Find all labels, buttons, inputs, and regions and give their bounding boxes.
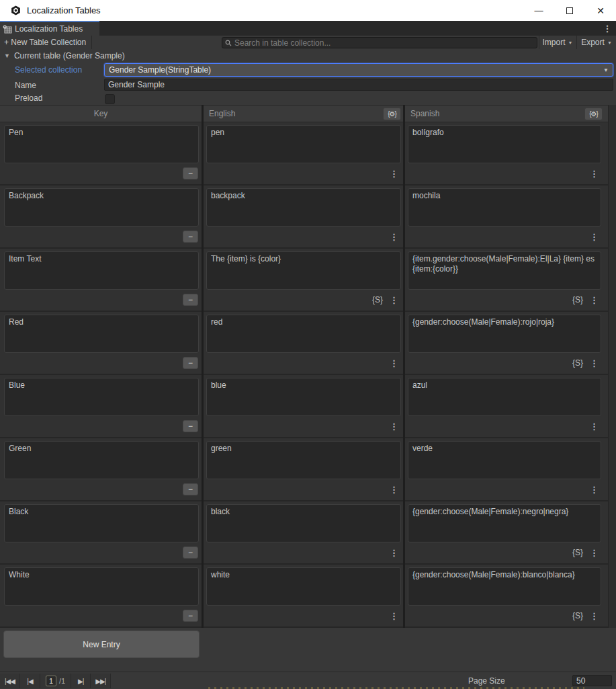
spanish-cell-textarea[interactable]: verde <box>408 441 601 479</box>
spanish-cell-textarea[interactable]: {gender:choose(Male|Female):blanco|blanc… <box>408 567 601 606</box>
key-cell-textarea[interactable]: Backpack <box>4 188 199 227</box>
remove-entry-button[interactable]: − <box>183 294 198 306</box>
english-cell-menu-icon[interactable]: ⋮ <box>390 358 398 368</box>
first-page-button[interactable]: |◀◀ <box>0 674 20 688</box>
spanish-cell-controls: {S} ⋮ <box>405 356 599 370</box>
english-cell-menu-icon[interactable]: ⋮ <box>390 421 398 432</box>
english-cell-textarea[interactable]: backpack <box>206 188 401 227</box>
remove-entry-button[interactable]: − <box>183 167 198 179</box>
remove-entry-button[interactable]: − <box>183 357 198 369</box>
spanish-cell-menu-icon[interactable]: ⋮ <box>590 358 599 368</box>
smart-string-badge-spanish: {S} <box>572 611 583 620</box>
search-icon <box>225 40 232 46</box>
tab-overflow-menu-icon[interactable]: ⋮ <box>599 21 616 36</box>
table-row: Black black {gender:choose(Male|Female):… <box>0 501 608 565</box>
unity-logo-icon <box>10 5 21 16</box>
english-cell-menu-icon[interactable]: ⋮ <box>390 485 398 495</box>
spanish-cell-textarea[interactable]: bolígrafo <box>408 125 601 163</box>
remove-entry-button[interactable]: − <box>183 231 198 243</box>
key-cell-textarea[interactable]: Red <box>4 315 199 353</box>
table-row: Red red {gender:choose(Male|Female):rojo… <box>0 312 608 375</box>
column-header-spanish: Spanish <box>405 106 608 122</box>
search-input[interactable] <box>234 38 534 48</box>
new-entry-button[interactable]: New Entry <box>3 631 200 658</box>
new-table-collection-button[interactable]: + New Table Collection <box>0 36 92 49</box>
spanish-cell-menu-icon[interactable]: ⋮ <box>590 611 599 621</box>
chevron-down-icon: ▼ <box>568 40 573 45</box>
maximize-icon[interactable] <box>554 0 585 21</box>
spanish-cell-menu-icon[interactable]: ⋮ <box>590 295 599 305</box>
tab-label: Localization Tables <box>15 24 83 34</box>
page-size-input[interactable]: 50 <box>572 675 612 686</box>
vertical-scrollbar[interactable] <box>608 105 616 628</box>
table-body: Pen pen bolígrafo − ⋮ ⋮ Backpack backpac… <box>0 122 608 628</box>
key-cell-textarea[interactable]: Green <box>4 441 199 479</box>
spanish-cell-menu-icon[interactable]: ⋮ <box>590 548 599 558</box>
key-cell-textarea[interactable]: Item Text <box>4 251 199 290</box>
previous-page-button[interactable]: |◀ <box>20 674 40 688</box>
close-icon[interactable]: ✕ <box>585 0 616 21</box>
english-cell-textarea[interactable]: blue <box>206 378 401 416</box>
english-cell-textarea[interactable]: The {item} is {color} <box>206 251 401 290</box>
search-box <box>222 37 537 48</box>
english-cell-menu-icon[interactable]: ⋮ <box>390 295 398 305</box>
remove-entry-button[interactable]: − <box>183 483 198 495</box>
preload-checkbox[interactable] <box>105 94 115 104</box>
english-cell-textarea[interactable]: black <box>206 504 401 542</box>
spanish-cell-textarea[interactable]: mochila <box>408 188 601 227</box>
spanish-cell-menu-icon[interactable]: ⋮ <box>590 169 599 179</box>
minus-icon: − <box>188 548 193 557</box>
selected-collection-dropdown[interactable]: Gender Sample(StringTable) ▼ <box>104 63 613 77</box>
english-cell-textarea[interactable]: white <box>206 567 401 606</box>
remove-entry-button[interactable]: − <box>183 610 198 622</box>
spanish-cell-textarea[interactable]: {item.gender:choose(Male|Female):El|La} … <box>408 251 601 290</box>
english-cell-controls: ⋮ <box>204 230 398 243</box>
english-cell-menu-icon[interactable]: ⋮ <box>390 548 398 558</box>
tab-localization-tables[interactable]: Localization Tables <box>0 21 99 36</box>
current-table-section: ▼ Current table (Gender Sample) Selected… <box>0 49 616 105</box>
spanish-table-properties-button[interactable]: {⚙} <box>584 108 603 120</box>
column-header-key: Key <box>0 106 202 122</box>
english-cell-controls: ⋮ <box>204 167 398 180</box>
english-cell-textarea[interactable]: pen <box>206 125 401 163</box>
key-cell-textarea[interactable]: Blue <box>4 378 199 416</box>
spanish-cell-menu-icon[interactable]: ⋮ <box>590 232 599 242</box>
english-cell-controls: ⋮ <box>204 356 398 370</box>
table-row: White white {gender:choose(Male|Female):… <box>0 565 608 628</box>
spanish-cell-menu-icon[interactable]: ⋮ <box>590 485 599 495</box>
current-table-foldout[interactable]: ▼ Current table (Gender Sample) <box>4 51 125 60</box>
next-page-button[interactable]: ▶| <box>71 674 91 688</box>
minus-icon: − <box>188 358 193 368</box>
page-size-value: 50 <box>576 676 585 686</box>
spanish-cell-textarea[interactable]: azul <box>408 378 601 416</box>
import-button[interactable]: Import ▼ <box>539 36 576 49</box>
maximize-glyph <box>566 7 573 14</box>
key-cell-textarea[interactable]: Black <box>4 504 199 542</box>
chevron-down-icon: ▼ <box>607 40 612 45</box>
english-cell-menu-icon[interactable]: ⋮ <box>390 169 398 179</box>
minus-icon: − <box>188 611 193 620</box>
english-cell-textarea[interactable]: red <box>206 315 401 353</box>
name-field[interactable]: Gender Sample <box>104 79 613 91</box>
toolbar: + New Table Collection Import ▼ Export ▼ <box>0 36 616 49</box>
table-properties-icon: {⚙} <box>589 110 598 118</box>
english-table-properties-button[interactable]: {⚙} <box>383 108 401 120</box>
key-cell-textarea[interactable]: Pen <box>4 125 199 163</box>
new-entry-label: New Entry <box>83 640 120 649</box>
key-cell-textarea[interactable]: White <box>4 567 199 606</box>
spanish-cell-textarea[interactable]: {gender:choose(Male|Female):negro|negra} <box>408 504 601 542</box>
editor-tab-bar: Localization Tables ⋮ <box>0 21 616 36</box>
remove-entry-button[interactable]: − <box>183 546 198 559</box>
english-cell-menu-icon[interactable]: ⋮ <box>390 232 398 242</box>
window-controls: — ✕ <box>523 0 616 21</box>
spanish-cell-menu-icon[interactable]: ⋮ <box>590 421 599 432</box>
english-cell-textarea[interactable]: green <box>206 441 401 479</box>
spanish-cell-controls: ⋮ <box>405 230 599 243</box>
english-cell-menu-icon[interactable]: ⋮ <box>390 611 398 621</box>
last-page-button[interactable]: ▶▶| <box>91 674 111 688</box>
remove-entry-button[interactable]: − <box>183 420 198 432</box>
export-button[interactable]: Export ▼ <box>576 36 616 49</box>
spanish-cell-textarea[interactable]: {gender:choose(Male|Female):rojo|roja} <box>408 315 601 353</box>
page-number-input[interactable]: 1 <box>46 676 56 686</box>
minimize-icon[interactable]: — <box>523 0 554 21</box>
